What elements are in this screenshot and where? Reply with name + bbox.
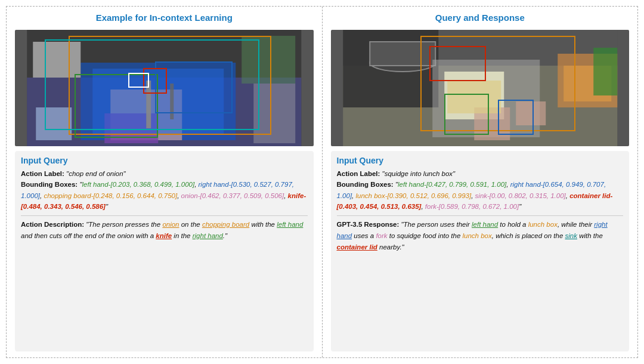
right-gpt-response: GPT-3.5 Response: "The person uses their…: [337, 219, 624, 253]
gpt-label: GPT-3.5 Response:: [337, 221, 400, 228]
right-image: [331, 30, 630, 146]
action-label-left: Action Label:: [21, 170, 64, 177]
action-label-right: Action Label:: [337, 170, 380, 177]
left-desc: Action Description: "The person presses …: [21, 219, 308, 242]
right-panel-title: Query and Response: [331, 13, 630, 23]
right-query-title: Input Query: [337, 156, 624, 165]
action-value-right: "squidge into lunch box": [382, 170, 456, 177]
left-panel: Example for In-context Learning: [7, 7, 323, 357]
bb-label-right: Bounding Boxes:: [337, 181, 394, 188]
left-panel-title: Example for In-context Learning: [15, 13, 314, 23]
right-query-section: Input Query Action Label: "squidge into …: [331, 151, 630, 351]
divider-right: [337, 215, 624, 216]
main-container: Example for In-context Learning: [6, 6, 638, 358]
divider-left: [21, 215, 308, 216]
svg-rect-24: [593, 48, 617, 95]
right-query-text: Action Label: "squidge into lunch box" B…: [337, 168, 624, 212]
right-panel: Query and Response: [323, 7, 638, 357]
left-image: [15, 30, 314, 146]
left-query-title: Input Query: [21, 156, 308, 165]
desc-label-left: Action Description:: [21, 221, 84, 228]
left-query-text: Action Label: "chop end of onion" Boundi…: [21, 168, 308, 212]
action-value-left: "chop end of onion": [66, 170, 126, 177]
left-query-section: Input Query Action Label: "chop end of o…: [15, 151, 314, 351]
bb-label-left: Bounding Boxes:: [21, 181, 78, 188]
